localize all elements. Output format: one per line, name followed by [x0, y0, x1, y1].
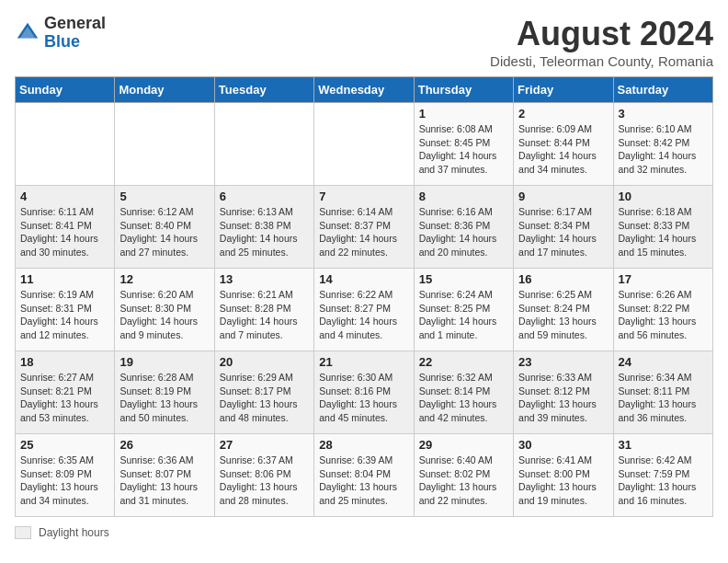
- day-info: Sunrise: 6:41 AM Sunset: 8:00 PM Dayligh…: [518, 454, 608, 508]
- day-info: Sunrise: 6:10 AM Sunset: 8:42 PM Dayligh…: [619, 122, 708, 177]
- calendar-cell: 1Sunrise: 6:08 AM Sunset: 8:45 PM Daylig…: [414, 103, 513, 186]
- col-header-saturday: Saturday: [613, 77, 712, 103]
- day-info: Sunrise: 6:19 AM Sunset: 8:31 PM Dayligh…: [20, 288, 109, 342]
- calendar-cell: [214, 103, 313, 186]
- calendar-cell: [115, 103, 214, 186]
- calendar-cell: 21Sunrise: 6:30 AM Sunset: 8:16 PM Dayli…: [314, 351, 414, 434]
- location: Didesti, Teleorman County, Romania: [490, 53, 713, 69]
- logo-icon: [15, 20, 40, 46]
- calendar-cell: 13Sunrise: 6:21 AM Sunset: 8:28 PM Dayli…: [214, 269, 313, 351]
- day-info: Sunrise: 6:28 AM Sunset: 8:19 PM Dayligh…: [119, 371, 209, 425]
- day-number: 12: [119, 272, 209, 286]
- day-info: Sunrise: 6:33 AM Sunset: 8:12 PM Dayligh…: [518, 371, 608, 425]
- col-header-sunday: Sunday: [16, 77, 115, 103]
- day-info: Sunrise: 6:37 AM Sunset: 8:06 PM Dayligh…: [220, 454, 309, 508]
- calendar-week-3: 18Sunrise: 6:27 AM Sunset: 8:21 PM Dayli…: [16, 351, 713, 434]
- day-number: 4: [20, 190, 109, 203]
- col-header-monday: Monday: [115, 77, 214, 103]
- footer-label: Daylight hours: [39, 526, 109, 539]
- calendar-cell: 28Sunrise: 6:39 AM Sunset: 8:04 PM Dayli…: [314, 434, 414, 517]
- day-number: 25: [20, 438, 109, 452]
- calendar-cell: 25Sunrise: 6:35 AM Sunset: 8:09 PM Dayli…: [16, 434, 115, 517]
- calendar-cell: 12Sunrise: 6:20 AM Sunset: 8:30 PM Dayli…: [115, 269, 214, 351]
- calendar-cell: 4Sunrise: 6:11 AM Sunset: 8:41 PM Daylig…: [16, 186, 115, 269]
- page-header: General Blue August 2024 Didesti, Teleor…: [15, 15, 713, 69]
- day-number: 5: [119, 190, 209, 203]
- day-info: Sunrise: 6:20 AM Sunset: 8:30 PM Dayligh…: [119, 288, 209, 342]
- calendar-cell: 8Sunrise: 6:16 AM Sunset: 8:36 PM Daylig…: [414, 186, 513, 269]
- day-info: Sunrise: 6:12 AM Sunset: 8:40 PM Dayligh…: [119, 205, 209, 259]
- calendar-cell: 14Sunrise: 6:22 AM Sunset: 8:27 PM Dayli…: [314, 269, 414, 351]
- day-number: 30: [518, 438, 608, 452]
- calendar-cell: [16, 103, 115, 186]
- col-header-wednesday: Wednesday: [314, 77, 414, 103]
- day-number: 17: [619, 272, 708, 286]
- day-info: Sunrise: 6:40 AM Sunset: 8:02 PM Dayligh…: [419, 454, 508, 508]
- calendar-cell: 15Sunrise: 6:24 AM Sunset: 8:25 PM Dayli…: [414, 269, 513, 351]
- day-info: Sunrise: 6:11 AM Sunset: 8:41 PM Dayligh…: [20, 205, 109, 259]
- day-number: 15: [419, 272, 508, 286]
- day-number: 16: [518, 272, 608, 286]
- footer: Daylight hours: [15, 526, 713, 539]
- col-header-friday: Friday: [514, 77, 613, 103]
- day-number: 3: [619, 107, 708, 121]
- calendar-week-2: 11Sunrise: 6:19 AM Sunset: 8:31 PM Dayli…: [16, 269, 713, 351]
- day-info: Sunrise: 6:21 AM Sunset: 8:28 PM Dayligh…: [220, 288, 309, 342]
- day-number: 29: [419, 438, 508, 452]
- calendar-cell: 19Sunrise: 6:28 AM Sunset: 8:19 PM Dayli…: [115, 351, 214, 434]
- footer-box: [15, 526, 31, 539]
- day-number: 8: [419, 190, 508, 203]
- day-number: 11: [20, 272, 109, 286]
- day-info: Sunrise: 6:39 AM Sunset: 8:04 PM Dayligh…: [319, 454, 408, 508]
- day-info: Sunrise: 6:27 AM Sunset: 8:21 PM Dayligh…: [20, 371, 109, 425]
- day-info: Sunrise: 6:35 AM Sunset: 8:09 PM Dayligh…: [20, 454, 109, 508]
- calendar-cell: 3Sunrise: 6:10 AM Sunset: 8:42 PM Daylig…: [613, 103, 712, 186]
- calendar-cell: 22Sunrise: 6:32 AM Sunset: 8:14 PM Dayli…: [414, 351, 513, 434]
- day-info: Sunrise: 6:25 AM Sunset: 8:24 PM Dayligh…: [518, 288, 608, 342]
- day-info: Sunrise: 6:29 AM Sunset: 8:17 PM Dayligh…: [220, 371, 309, 425]
- calendar-cell: 29Sunrise: 6:40 AM Sunset: 8:02 PM Dayli…: [414, 434, 513, 517]
- day-info: Sunrise: 6:18 AM Sunset: 8:33 PM Dayligh…: [619, 205, 708, 259]
- day-number: 21: [319, 355, 408, 369]
- day-number: 31: [619, 438, 708, 452]
- day-number: 14: [319, 272, 408, 286]
- col-header-thursday: Thursday: [414, 77, 513, 103]
- calendar-cell: 11Sunrise: 6:19 AM Sunset: 8:31 PM Dayli…: [16, 269, 115, 351]
- calendar-cell: 6Sunrise: 6:13 AM Sunset: 8:38 PM Daylig…: [214, 186, 313, 269]
- title-block: August 2024 Didesti, Teleorman County, R…: [490, 15, 713, 69]
- day-number: 9: [518, 190, 608, 203]
- month-year: August 2024: [490, 15, 713, 53]
- day-number: 1: [419, 107, 508, 121]
- day-info: Sunrise: 6:34 AM Sunset: 8:11 PM Dayligh…: [619, 371, 708, 425]
- calendar-week-0: 1Sunrise: 6:08 AM Sunset: 8:45 PM Daylig…: [16, 103, 713, 186]
- day-number: 18: [20, 355, 109, 369]
- calendar-header-row: SundayMondayTuesdayWednesdayThursdayFrid…: [16, 77, 713, 103]
- calendar-cell: 18Sunrise: 6:27 AM Sunset: 8:21 PM Dayli…: [16, 351, 115, 434]
- calendar-cell: 2Sunrise: 6:09 AM Sunset: 8:44 PM Daylig…: [514, 103, 613, 186]
- day-number: 23: [518, 355, 608, 369]
- calendar-cell: 9Sunrise: 6:17 AM Sunset: 8:34 PM Daylig…: [514, 186, 613, 269]
- calendar-cell: 20Sunrise: 6:29 AM Sunset: 8:17 PM Dayli…: [214, 351, 313, 434]
- day-info: Sunrise: 6:16 AM Sunset: 8:36 PM Dayligh…: [419, 205, 508, 259]
- day-number: 2: [518, 107, 608, 121]
- calendar-cell: 24Sunrise: 6:34 AM Sunset: 8:11 PM Dayli…: [613, 351, 712, 434]
- calendar-cell: 26Sunrise: 6:36 AM Sunset: 8:07 PM Dayli…: [115, 434, 214, 517]
- day-info: Sunrise: 6:13 AM Sunset: 8:38 PM Dayligh…: [220, 205, 309, 259]
- day-info: Sunrise: 6:22 AM Sunset: 8:27 PM Dayligh…: [319, 288, 408, 342]
- logo-blue: Blue: [44, 33, 106, 52]
- calendar-cell: 10Sunrise: 6:18 AM Sunset: 8:33 PM Dayli…: [613, 186, 712, 269]
- logo: General Blue: [15, 15, 106, 52]
- day-info: Sunrise: 6:42 AM Sunset: 7:59 PM Dayligh…: [619, 454, 708, 508]
- day-info: Sunrise: 6:14 AM Sunset: 8:37 PM Dayligh…: [319, 205, 408, 259]
- day-number: 13: [220, 272, 309, 286]
- day-number: 19: [119, 355, 209, 369]
- day-number: 28: [319, 438, 408, 452]
- calendar-cell: 16Sunrise: 6:25 AM Sunset: 8:24 PM Dayli…: [514, 269, 613, 351]
- day-info: Sunrise: 6:30 AM Sunset: 8:16 PM Dayligh…: [319, 371, 408, 425]
- calendar-table: SundayMondayTuesdayWednesdayThursdayFrid…: [15, 76, 713, 517]
- calendar-cell: 27Sunrise: 6:37 AM Sunset: 8:06 PM Dayli…: [214, 434, 313, 517]
- day-info: Sunrise: 6:24 AM Sunset: 8:25 PM Dayligh…: [419, 288, 508, 342]
- calendar-week-1: 4Sunrise: 6:11 AM Sunset: 8:41 PM Daylig…: [16, 186, 713, 269]
- calendar-cell: 23Sunrise: 6:33 AM Sunset: 8:12 PM Dayli…: [514, 351, 613, 434]
- day-info: Sunrise: 6:32 AM Sunset: 8:14 PM Dayligh…: [419, 371, 508, 425]
